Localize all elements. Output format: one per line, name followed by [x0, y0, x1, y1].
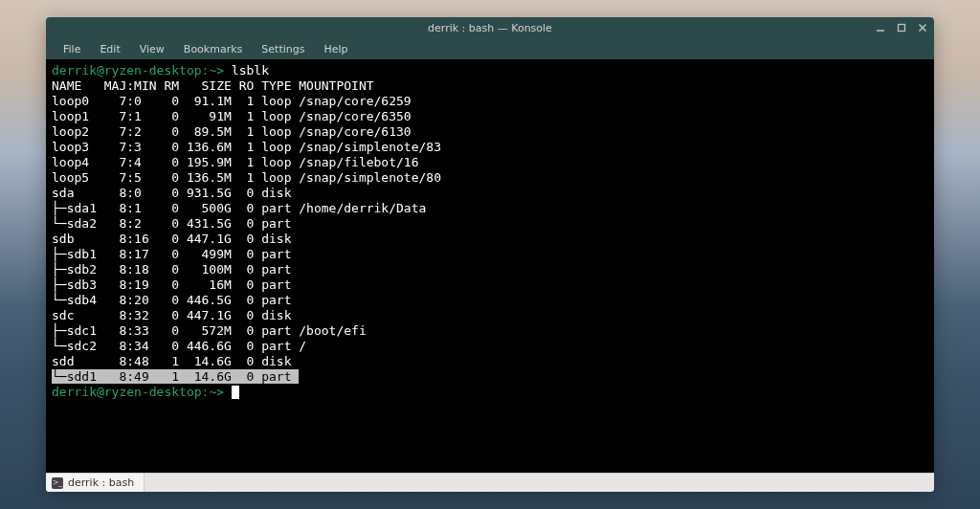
lsblk-row: └─sdc2 8:34 0 446.6G 0 part / — [52, 339, 306, 353]
prompt-user: derrik — [52, 63, 97, 77]
terminal-output[interactable]: derrik@ryzen-desktop:~> lsblk NAME MAJ:M… — [46, 59, 934, 473]
lsblk-row: loop0 7:0 0 91.1M 1 loop /snap/core/6259 — [52, 94, 412, 108]
lsblk-row: └─sda2 8:2 0 431.5G 0 part — [52, 216, 299, 231]
konsole-window: derrik : bash — Konsole File Edit View B… — [46, 17, 934, 492]
lsblk-row: loop1 7:1 0 91M 1 loop /snap/core/6350 — [52, 109, 412, 123]
lsblk-row: ├─sdb3 8:19 0 16M 0 part — [52, 277, 299, 292]
command-text: lsblk — [232, 63, 269, 77]
lsblk-row: loop3 7:3 0 136.6M 1 loop /snap/simpleno… — [52, 140, 441, 154]
close-button[interactable] — [917, 22, 928, 33]
menu-file[interactable]: File — [54, 40, 90, 58]
lsblk-row: loop4 7:4 0 195.9M 1 loop /snap/filebot/… — [52, 155, 419, 169]
prompt-host: ryzen-desktop — [104, 63, 202, 77]
prompt-host: ryzen-desktop — [104, 385, 202, 399]
terminal-icon: >_ — [52, 477, 63, 489]
tab-label: derrik : bash — [68, 476, 134, 489]
prompt-marker: > — [216, 385, 232, 399]
lsblk-row-highlighted: └─sdd1 8:49 1 14.6G 0 part — [52, 369, 299, 384]
prompt-marker: > — [216, 63, 232, 77]
lsblk-row: ├─sda1 8:1 0 500G 0 part /home/derrik/Da… — [52, 201, 426, 215]
lsblk-row: sdd 8:48 1 14.6G 0 disk — [52, 354, 299, 368]
svg-rect-1 — [899, 25, 905, 32]
maximize-button[interactable] — [896, 22, 907, 33]
window-title: derrik : bash — Konsole — [428, 22, 552, 34]
lsblk-row: sda 8:0 0 931.5G 0 disk — [52, 186, 299, 200]
menu-help[interactable]: Help — [314, 40, 357, 58]
window-controls — [875, 17, 928, 38]
menu-view[interactable]: View — [130, 40, 174, 58]
lsblk-row: sdc 8:32 0 447.1G 0 disk — [52, 308, 299, 322]
lsblk-header: NAME MAJ:MIN RM SIZE RO TYPE MOUNTPOINT — [52, 78, 374, 93]
menu-edit[interactable]: Edit — [90, 40, 129, 58]
tab-bar: >_ derrik : bash — [46, 473, 934, 492]
lsblk-row: loop5 7:5 0 136.5M 1 loop /snap/simpleno… — [52, 170, 441, 185]
lsblk-row: ├─sdb2 8:18 0 100M 0 part — [52, 262, 299, 277]
menu-settings[interactable]: Settings — [252, 40, 314, 58]
lsblk-row: ├─sdb1 8:17 0 499M 0 part — [52, 247, 299, 261]
lsblk-row: sdb 8:16 0 447.1G 0 disk — [52, 232, 299, 246]
menubar: File Edit View Bookmarks Settings Help — [46, 38, 934, 59]
lsblk-row: loop2 7:2 0 89.5M 1 loop /snap/core/6130 — [52, 124, 412, 139]
menu-bookmarks[interactable]: Bookmarks — [174, 40, 252, 58]
tab-terminal[interactable]: >_ derrik : bash — [46, 474, 145, 492]
prompt-user: derrik — [52, 385, 97, 399]
lsblk-row: ├─sdc1 8:33 0 572M 0 part /boot/efi — [52, 323, 367, 338]
lsblk-row: └─sdb4 8:20 0 446.5G 0 part — [52, 293, 299, 307]
prompt-at: @ — [97, 385, 104, 399]
cursor — [232, 386, 239, 399]
titlebar[interactable]: derrik : bash — Konsole — [46, 17, 934, 38]
minimize-button[interactable] — [875, 22, 886, 33]
prompt-at: @ — [97, 63, 104, 77]
